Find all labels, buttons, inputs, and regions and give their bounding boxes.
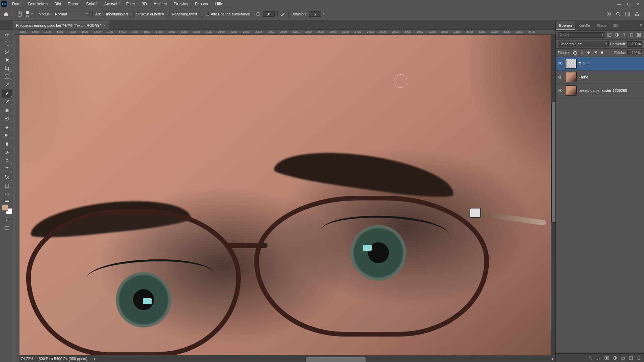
filter-pixel-icon[interactable] (606, 32, 612, 38)
dodge-tool[interactable] (2, 148, 12, 156)
layer-thumbnail[interactable] (565, 59, 577, 69)
menu-schrift[interactable]: Schrift (83, 0, 101, 8)
fill-input[interactable]: 100% (627, 50, 642, 55)
menu-3d[interactable]: 3D (139, 0, 150, 8)
new-layer-icon[interactable] (628, 355, 634, 361)
edit-toolbar[interactable] (2, 198, 12, 203)
search-icon[interactable] (615, 11, 621, 17)
layer-style-icon[interactable]: fx (596, 355, 602, 361)
group-icon[interactable] (620, 355, 626, 361)
delete-layer-icon[interactable] (636, 355, 642, 361)
lock-all-icon[interactable] (599, 50, 605, 56)
filter-type-icon[interactable]: T (621, 32, 627, 38)
clone-stamp-tool[interactable] (2, 106, 12, 114)
workspace-icon[interactable] (625, 11, 631, 17)
tab-pfade[interactable]: Pfade (593, 21, 610, 30)
layer-row[interactable]: Farbe (556, 70, 644, 84)
scroll-right-button[interactable]: ▸ (551, 356, 555, 361)
layer-name[interactable]: Textur (579, 62, 589, 66)
foreground-color-swatch[interactable] (2, 205, 8, 211)
selection-tool[interactable] (2, 56, 12, 64)
angle-input[interactable]: 0° (263, 11, 275, 17)
brush-preset-picker[interactable]: 56 (26, 11, 29, 17)
diffusion-dropdown-icon[interactable]: ▾ (323, 12, 325, 16)
scrollbar-thumb[interactable] (551, 102, 555, 223)
minimize-button[interactable]: — (615, 1, 623, 7)
layer-thumbnail[interactable] (565, 85, 577, 96)
home-button[interactable] (2, 10, 10, 18)
type-tool[interactable]: T (2, 165, 12, 173)
vertical-ruler[interactable] (14, 35, 19, 355)
shape-tool[interactable] (2, 182, 12, 190)
lock-position-icon[interactable] (586, 50, 591, 56)
frame-tool[interactable] (2, 73, 12, 81)
close-tab-button[interactable]: × (103, 23, 105, 27)
tab-kanaele[interactable]: Kanäle (575, 21, 593, 30)
lock-pixels-icon[interactable] (579, 50, 585, 56)
eraser-tool[interactable] (2, 123, 12, 131)
menu-auswahl[interactable]: Auswahl (101, 0, 123, 8)
ruler-origin[interactable] (14, 29, 19, 35)
pen-tool[interactable] (2, 157, 12, 165)
tool-preset-button[interactable] (16, 10, 24, 18)
crop-tool[interactable] (2, 64, 12, 72)
layer-name[interactable]: Farbe (579, 75, 588, 79)
zoom-level[interactable]: 74,72% (21, 357, 33, 361)
blur-tool[interactable] (2, 140, 12, 148)
document-info[interactable]: 4500 Px x 5400 Px (300 ppcm) (37, 357, 87, 361)
filter-shape-icon[interactable] (629, 32, 635, 38)
brush-tool[interactable] (2, 98, 12, 106)
mode-select[interactable]: Normal (53, 11, 90, 17)
scroll-left-button[interactable]: ◂ (92, 356, 97, 361)
sample-all-layers-checkbox[interactable]: Alle Ebenen aufnehmen (206, 12, 250, 16)
menu-ebene[interactable]: Ebene (64, 0, 83, 8)
proximity-match-button[interactable]: Näherungswert (169, 11, 200, 17)
color-swatches[interactable] (2, 205, 12, 214)
menu-bild[interactable]: Bild (51, 0, 64, 8)
menu-plugins[interactable]: Plug-ins (170, 0, 192, 8)
canvas[interactable] (19, 35, 555, 355)
move-tool[interactable] (2, 31, 12, 39)
gradient-tool[interactable] (2, 131, 12, 139)
layer-row[interactable]: Textur (556, 57, 644, 70)
visibility-toggle[interactable] (558, 61, 563, 66)
quick-mask-button[interactable] (2, 216, 12, 224)
pressure-icon[interactable] (280, 11, 286, 17)
menu-filter[interactable]: Filter (123, 0, 139, 8)
lock-artboard-icon[interactable] (593, 50, 598, 56)
menu-bearbeiten[interactable]: Bearbeiten (25, 0, 51, 8)
horizontal-scrollbar[interactable] (98, 356, 549, 361)
menu-hilfe[interactable]: Hilfe (212, 0, 227, 8)
lasso-tool[interactable] (2, 48, 12, 56)
tab-ebenen[interactable]: Ebenen (556, 21, 575, 30)
close-window-button[interactable]: ✕ (634, 1, 642, 7)
eyedropper-tool[interactable] (2, 81, 12, 89)
tab-3d[interactable]: 3D (610, 21, 621, 30)
document-tab[interactable]: Frequenztrennung.psdc bei 74,7% (Textur,… (13, 21, 109, 29)
panel-menu-button[interactable]: ≡ (638, 21, 644, 27)
marquee-tool[interactable] (2, 39, 12, 47)
vertical-scrollbar[interactable] (551, 35, 555, 355)
filter-smart-icon[interactable] (636, 32, 642, 38)
horizontal-ruler[interactable]: 1350140014501500155016001650170017501800… (19, 29, 555, 35)
layer-thumbnail[interactable] (565, 72, 577, 82)
healing-brush-tool[interactable] (2, 89, 12, 98)
visibility-toggle[interactable] (558, 75, 563, 79)
layer-search-input[interactable] (564, 33, 600, 37)
cloud-docs-icon[interactable] (606, 11, 612, 17)
lock-transparency-icon[interactable] (573, 50, 578, 56)
visibility-toggle[interactable] (558, 88, 563, 93)
menu-ansicht[interactable]: Ansicht (150, 0, 170, 8)
create-texture-button[interactable]: Struktur erstellen (133, 11, 167, 17)
adjustment-layer-icon[interactable] (612, 355, 618, 361)
layer-mask-icon[interactable] (604, 355, 610, 361)
opacity-input[interactable]: 100% (627, 41, 642, 47)
scrollbar-thumb[interactable] (306, 357, 366, 362)
maximize-button[interactable]: ▢ (625, 1, 633, 7)
filter-adjustment-icon[interactable] (614, 32, 620, 38)
link-layers-icon[interactable] (588, 355, 594, 361)
menu-datei[interactable]: Datei (9, 0, 25, 8)
diffusion-input[interactable]: 5 (309, 11, 321, 17)
brush-dropdown-icon[interactable]: ▾ (31, 12, 33, 16)
menu-fenster[interactable]: Fenster (192, 0, 212, 8)
